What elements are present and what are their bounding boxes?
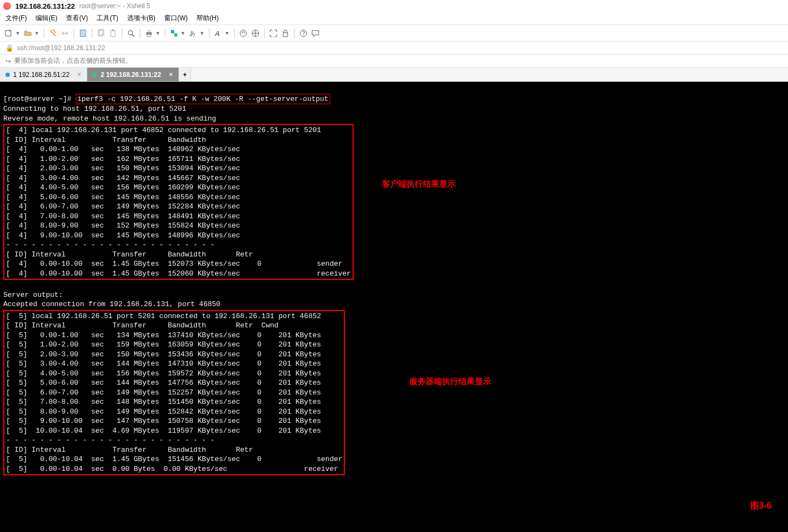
print-icon[interactable] [145,29,153,38]
terminal-line: Reverse mode, remote host 192.168.26.51 … [3,115,216,123]
terminal-line: Accepted connection from 192.168.26.131,… [3,300,220,308]
feedback-icon[interactable] [311,29,320,38]
terminal-line: [ 5] 8.00-9.00 sec 149 MBytes 152842 KBy… [6,408,321,416]
address-text[interactable]: ssh://root@192.168.26.131:22 [17,44,105,52]
svg-line-9 [132,34,134,37]
terminal-line: [ 5] 0.00-10.04 sec 0.00 Bytes 0.00 KByt… [6,465,338,473]
menu-tabs[interactable]: 选项卡(B) [127,14,156,23]
terminal-line: [ 5] 0.00-10.04 sec 1.45 GBytes 151456 K… [6,455,342,463]
tab-strip: 1 192.168.26.51:22 ✕ 2 192.168.26.131:22… [0,68,788,82]
terminal-line: [ 4] 4.00-5.00 sec 156 MBytes 160299 KBy… [6,183,240,192]
annotation-client: 客户端执行结果显示 [382,179,456,189]
reconnect-icon[interactable] [49,29,57,38]
menu-view[interactable]: 查看(V) [66,14,88,23]
terminal-line: [ 4] 6.00-7.00 sec 149 MBytes 152284 KBy… [6,202,240,211]
tab-session-2[interactable]: 2 192.168.26.131:22 ✕ [87,68,179,81]
svg-text:あ: あ [189,30,195,37]
font-icon[interactable]: A [214,29,223,38]
hint-text: 要添加当前会话，点击左侧的箭头按钮。 [14,56,132,65]
terminal-line: Server output: [3,291,63,299]
menu-window[interactable]: 窗口(W) [164,14,188,23]
terminal-line: [ 5] 3.00-4.00 sec 144 MBytes 147310 KBy… [6,360,321,368]
hint-bar: ↪ 要添加当前会话，点击左侧的箭头按钮。 [0,55,788,68]
terminal-line: - - - - - - - - - - - - - - - - - - - - … [6,241,214,249]
toolbar: ▼ ▼ ▼ ▼ あ▼ A▼ ? [0,25,788,41]
help-icon[interactable]: ? [299,29,308,38]
menu-tools[interactable]: 工具(T) [97,14,118,23]
terminal-line: [ 5] 7.00-8.00 sec 148 MBytes 151450 KBy… [6,398,321,406]
dropdown-icon[interactable]: ▼ [15,31,20,36]
svg-rect-14 [174,33,177,37]
terminal-line: [ 4] 8.00-9.00 sec 152 MBytes 155824 KBy… [6,222,240,230]
terminal-line: [ 4] local 192.168.26.131 port 46852 con… [6,126,321,134]
tab-add[interactable]: + [179,68,191,81]
close-icon[interactable]: ✕ [169,71,173,77]
separator [209,28,210,38]
terminal-line: [ 4] 0.00-10.00 sec 1.45 GBytes 152060 K… [6,270,351,278]
svg-point-8 [128,31,133,35]
tab-session-1[interactable]: 1 192.168.26.51:22 ✕ [0,68,87,81]
svg-text:?: ? [302,31,305,37]
color-scheme-icon[interactable] [170,29,178,38]
terminal-line: [ ID] Interval Transfer Bandwidth Retr [6,250,253,259]
close-icon[interactable]: ✕ [77,71,81,77]
terminal-line: [ ID] Interval Transfer Bandwidth [6,136,206,144]
disconnect-icon[interactable] [61,29,69,38]
properties-icon[interactable] [79,29,87,38]
menu-edit[interactable]: 编辑(E) [35,14,57,23]
open-icon[interactable] [23,29,32,38]
status-dot-icon [5,73,10,77]
lock-icon[interactable] [281,29,290,38]
figure-label: 图3-6 [750,501,772,511]
tab-label: 1 192.168.26.51:22 [13,71,69,79]
dropdown-icon[interactable]: ▼ [200,31,205,36]
terminal-line: [ 5] 9.00-10.00 sec 147 MBytes 150758 KB… [6,417,321,425]
menu-file[interactable]: 文件(F) [5,14,27,23]
address-bar: 🔒 ssh://root@192.168.26.131:22 [0,41,788,55]
terminal-line: [ 4] 2.00-3.00 sec 150 MBytes 153094 KBy… [6,164,240,172]
encoding-icon[interactable]: あ [189,29,198,38]
terminal[interactable]: [root@server ~]# iperf3 -c 192.168.26.51… [0,82,788,532]
separator [234,28,235,38]
separator [122,28,122,38]
dropdown-icon[interactable]: ▼ [34,31,39,36]
separator [165,28,165,38]
terminal-line: [ 5] 0.00-1.00 sec 134 MBytes 137410 KBy… [6,331,321,339]
annotation-server: 服务器端执行结果显示 [409,376,491,386]
new-session-icon[interactable] [4,29,13,38]
terminal-line: [ ID] Interval Transfer Bandwidth Retr C… [6,321,278,330]
svg-rect-6 [111,31,115,37]
fullscreen-icon[interactable] [269,29,278,38]
terminal-line: [ 4] 0.00-1.00 sec 138 MBytes 140962 KBy… [6,145,240,153]
terminal-line: [ 4] 5.00-6.00 sec 145 MBytes 148556 KBy… [6,193,240,201]
title-ip: 192.168.26.131:22 [15,2,75,10]
terminal-line: [ ID] Interval Transfer Bandwidth Retr [6,446,253,454]
status-dot-icon [93,73,97,77]
xagent-icon[interactable] [239,29,248,38]
find-icon[interactable] [127,29,135,38]
lock-small-icon: 🔒 [5,44,14,52]
arrow-icon[interactable]: ↪ [5,57,11,65]
terminal-line: [ 4] 3.00-4.00 sec 142 MBytes 145667 KBy… [6,174,240,182]
terminal-line: [ 4] 9.00-10.00 sec 145 MBytes 148996 KB… [6,231,240,240]
copy-icon[interactable] [97,29,105,38]
menu-help[interactable]: 帮助(H) [196,14,219,23]
terminal-line: [ 5] 1.00-2.00 sec 159 MBytes 163059 KBy… [6,340,321,349]
svg-rect-12 [147,34,151,37]
dropdown-icon[interactable]: ▼ [156,31,160,36]
dropdown-icon[interactable]: ▼ [225,31,230,36]
svg-rect-11 [147,30,151,32]
xftp-icon[interactable] [251,29,260,38]
dropdown-icon[interactable]: ▼ [181,31,186,36]
title-subtitle: root@server:~ - Xshell 5 [79,2,150,10]
terminal-line: [ 4] 1.00-2.00 sec 162 MBytes 165711 KBy… [6,155,240,163]
prompt: [root@server ~]# [3,95,76,103]
svg-rect-3 [80,30,86,37]
terminal-line: [ 4] 0.00-10.00 sec 1.45 GBytes 152073 K… [6,260,342,268]
title-bar: 192.168.26.131:22 root@server:~ - Xshell… [0,0,788,12]
svg-rect-13 [171,30,174,33]
separator [294,28,295,38]
plus-icon: + [183,71,187,79]
separator [44,28,44,38]
paste-icon[interactable] [109,29,117,38]
